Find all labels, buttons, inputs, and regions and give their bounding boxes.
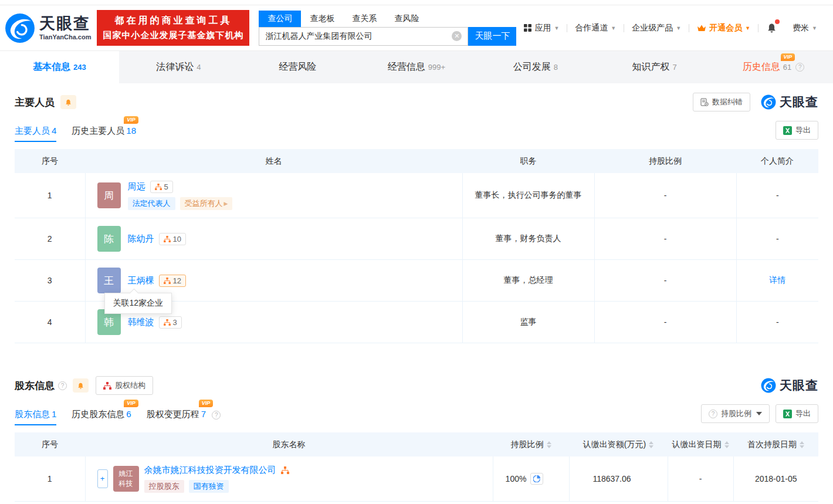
company-tabbar: 基本信息 243 法律诉讼 4 经营风险 经营信息 999+ 公司发展 8 知识… — [0, 50, 833, 83]
sort-icon — [724, 441, 729, 448]
search-button[interactable]: 天眼一下 — [468, 27, 516, 46]
company-avatar[interactable]: 姚江 科技 — [113, 466, 139, 492]
tab-operating-info[interactable]: 经营信息 999+ — [357, 51, 476, 83]
search-tabs: 查公司 查老板 查关系 查风险 — [259, 11, 516, 27]
help-icon: ? — [709, 410, 717, 418]
related-companies-badge[interactable]: 12 — [159, 275, 186, 287]
subtab-current-staff[interactable]: 主要人员4 — [15, 126, 56, 142]
sort-icon — [649, 441, 653, 448]
bell-icon — [77, 382, 84, 390]
search-tab-boss[interactable]: 查老板 — [301, 11, 343, 27]
search-tab-company[interactable]: 查公司 — [259, 11, 301, 27]
sort-icon — [800, 441, 804, 448]
holding-ratio: 100% — [506, 474, 527, 483]
tab-history-info[interactable]: VIP 历史信息 61 ? — [714, 51, 833, 83]
shareholder-subscribe-bell[interactable] — [73, 378, 89, 393]
subscribed-amount: 118637.06 — [569, 456, 668, 501]
tab-company-development[interactable]: 公司发展 8 — [476, 51, 595, 83]
vip-badge: VIP — [781, 53, 795, 61]
job-cell: 董事长，执行公司事务的董事 — [462, 173, 594, 218]
equity-structure-icon[interactable] — [281, 466, 289, 474]
subtab-current-shareholders[interactable]: 股东信息1 — [15, 409, 56, 425]
nav-enterprise[interactable]: 企业级产品 ▼ — [624, 23, 689, 33]
subtab-equity-change-history[interactable]: 股权变更历程VIP7 ? — [147, 409, 221, 425]
avatar[interactable]: 王 — [97, 268, 121, 293]
search-tab-relation[interactable]: 查关系 — [343, 11, 385, 27]
beneficiary-tag[interactable]: 受益所有人▶ — [180, 197, 233, 210]
shareholder-name-link[interactable]: 余姚市姚江科技投资开发有限公司 — [144, 465, 276, 476]
tab-count: 8 — [554, 63, 558, 72]
person-name-link[interactable]: 周远 — [128, 181, 145, 192]
avatar[interactable]: 陈 — [97, 226, 121, 252]
ratio-filter-button[interactable]: ? 持股比例 — [701, 404, 770, 423]
col-subscribed-date-sortable[interactable]: 认缴出资日期 — [668, 432, 733, 456]
help-icon[interactable]: ? — [58, 381, 67, 390]
watermark-text: 天眼查 — [780, 94, 818, 110]
search-tab-risk[interactable]: 查风险 — [385, 11, 428, 27]
nav-open-vip[interactable]: 开通会员 ▼ — [689, 23, 758, 33]
avatar-line1: 姚江 — [119, 469, 133, 479]
tab-basic-info[interactable]: 基本信息 243 — [0, 51, 119, 83]
apps-grid-icon — [524, 24, 531, 32]
related-companies-badge[interactable]: 3 — [159, 316, 182, 329]
ratio-cell: - — [594, 218, 736, 260]
related-count: 12 — [173, 276, 181, 285]
nav-apps[interactable]: 应用 ▼ — [516, 23, 567, 33]
chevron-down-icon — [756, 412, 762, 415]
pie-chart-icon[interactable] — [530, 473, 543, 485]
subscribed-date: - — [668, 456, 733, 501]
staff-subscribe-bell[interactable] — [60, 95, 76, 109]
person-name-link[interactable]: 韩维波 — [128, 317, 154, 328]
tianyancha-logo[interactable]: 天眼查 TianYanCha.com — [5, 13, 91, 43]
col-no: 序号 — [15, 149, 85, 173]
col-subscribed-amount-sortable[interactable]: 认缴出资额(万元) — [569, 432, 668, 456]
staff-export-button[interactable]: 导出 — [776, 121, 818, 140]
shareholder-export-button[interactable]: 导出 — [776, 404, 818, 423]
tab-label: 经营风险 — [279, 61, 316, 73]
tab-legal[interactable]: 法律诉讼 4 — [119, 51, 238, 83]
crown-icon — [697, 24, 706, 32]
watermark-text: 天眼查 — [780, 377, 818, 394]
col-ratio-sortable[interactable]: 持股比例 — [493, 432, 569, 456]
person-name-link[interactable]: 陈幼丹 — [128, 234, 154, 245]
subtab-history-shareholders[interactable]: 历史股东信息VIP6 — [72, 409, 131, 425]
promo-line1: 都在用的商业查询工具 — [103, 15, 243, 27]
expand-button[interactable]: + — [97, 469, 108, 488]
shareholder-section-head: 股东信息 ? 股权结构 天眼查 — [15, 376, 818, 395]
col-first-holding-date-sortable[interactable]: 首次持股日期 — [733, 432, 818, 456]
tianyancha-swirl-icon — [761, 94, 776, 110]
help-icon[interactable]: ? — [212, 411, 221, 420]
row-no: 4 — [15, 302, 85, 343]
subtab-history-staff[interactable]: 历史主要人员VIP18 — [72, 126, 136, 142]
related-count: 3 — [173, 318, 177, 327]
detail-link[interactable]: 详情 — [769, 275, 785, 285]
search-input[interactable] — [259, 28, 468, 45]
bell-icon — [766, 22, 777, 33]
site-header: 天眼查 TianYanCha.com 都在用的商业查询工具 国家中小企业发展子基… — [0, 5, 833, 50]
related-companies-badge[interactable]: 5 — [150, 181, 173, 193]
nav-user[interactable]: 费米 ▼ — [785, 23, 825, 33]
tab-count: 243 — [73, 63, 86, 72]
related-companies-badge[interactable]: 10 — [159, 233, 186, 245]
tab-intellectual-property[interactable]: 知识产权 7 — [595, 51, 714, 83]
logo-title: 天眼查 — [39, 16, 91, 32]
tianyancha-watermark: 天眼查 — [761, 377, 818, 394]
tab-operating-risk[interactable]: 经营风险 — [238, 51, 357, 83]
subtab-label: 主要人员 — [15, 126, 50, 136]
first-holding-date: 2018-01-05 — [733, 456, 818, 501]
search-block: 查公司 查老板 查关系 查风险 ✕ 天眼一下 — [259, 11, 516, 46]
related-company-icon — [164, 278, 171, 284]
person-name-link[interactable]: 王炳棵 — [128, 275, 154, 286]
equity-structure-button[interactable]: 股权结构 — [96, 376, 153, 395]
vip-badge: VIP — [124, 400, 138, 407]
help-icon[interactable]: ? — [795, 63, 804, 72]
data-correction-button[interactable]: 数据纠错 — [693, 93, 750, 111]
related-company-icon — [164, 319, 171, 326]
subtab-label: 历史股东信息 — [72, 409, 124, 419]
nav-partner[interactable]: 合作通道 ▼ — [567, 23, 624, 33]
logo-subtitle: TianYanCha.com — [39, 34, 91, 40]
related-companies-tooltip: 关联12家企业 — [104, 293, 172, 314]
job-cell: 董事，财务负责人 — [462, 218, 594, 260]
notification-bell[interactable] — [758, 22, 785, 33]
avatar[interactable]: 周 — [97, 182, 121, 208]
